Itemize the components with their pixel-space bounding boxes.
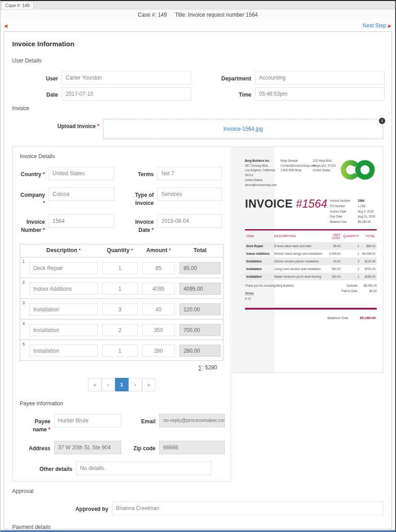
approved-by-label: Approved by <box>12 501 112 515</box>
quantity-field[interactable]: 1 <box>102 262 137 274</box>
description-field[interactable]: Installation <box>29 324 98 336</box>
zip-code-label: Zip code <box>121 441 159 454</box>
approved-by-field[interactable]: Brianna Creelman <box>112 501 383 515</box>
description-field[interactable]: Deck Repair <box>29 262 98 274</box>
preview-item-row: Deck Repair8 hours labor wash and stain … <box>245 242 377 250</box>
user-label: User <box>12 71 62 84</box>
upload-row: Upload Invoice * Invoice-1564.jpg i <box>12 119 383 139</box>
preview-invoice-number: #1564 <box>296 197 327 210</box>
description-field[interactable]: Installation <box>29 303 98 315</box>
section-payment-details: Payment details <box>12 524 383 529</box>
table-row: 3 Installation 3 40 120.00 <box>20 299 223 319</box>
upload-dropzone[interactable]: Invoice-1564.jpg i <box>103 119 383 139</box>
terms-field[interactable]: Net 7 <box>157 167 222 180</box>
country-field[interactable]: United States <box>49 167 114 180</box>
pagination-prev-button[interactable]: ‹ <box>102 378 115 391</box>
invoice-form-panel: Invoice Information User Details User Ca… <box>4 31 392 529</box>
pagination-page-1-button[interactable]: 1 <box>115 378 129 391</box>
total-field: 4095.00 <box>179 283 221 295</box>
pagination-next-button[interactable]: › <box>129 378 142 391</box>
tab-strip: Case #: 149 <box>0 1 395 9</box>
preview-item-row: InstallationKitchen window planter insta… <box>245 257 377 265</box>
info-icon[interactable]: i <box>379 118 385 124</box>
case-number-label: Case #: 149 <box>138 12 167 18</box>
payee-name-field[interactable]: Hunter Brule <box>54 414 121 427</box>
approval-row: Approved by Brianna Creelman <box>12 501 383 515</box>
preview-item-row: Indoor AdditionsKitchen island design an… <box>245 250 377 257</box>
preview-items-table: ITEM DESCRIPTION UNIT COST QUANTITY TOTA… <box>245 231 377 280</box>
section-payee-information: Payee information <box>20 400 223 407</box>
preview-header: Berg Builders Inc. 987 Conway Blvd. Los … <box>245 159 377 187</box>
uploaded-file-link[interactable]: Invoice-1564.jpg <box>223 126 263 132</box>
user-details-grid-row2: Date 2017-07-10 Time 05:46:53pm <box>12 87 383 101</box>
step-nav: ◀ Next Step ▶ <box>0 20 395 31</box>
other-details-field[interactable]: No details. <box>76 461 212 475</box>
invoice-preview: Berg Builders Inc. 987 Conway Blvd. Los … <box>233 146 383 373</box>
preview-address-block: 123 Ninja Blvd. NinjaLand, 97315 United … <box>313 159 339 187</box>
quantity-field[interactable]: 2 <box>102 324 137 336</box>
section-user-details: User Details <box>12 58 383 64</box>
department-field[interactable]: Accounting <box>255 71 385 84</box>
address-field: 37 W 20th St, Ste 904 <box>54 441 121 454</box>
country-label: Country * <box>20 167 49 180</box>
total-field: 280.00 <box>179 345 221 357</box>
col-total: Total <box>177 244 223 257</box>
pagination-first-button[interactable]: « <box>88 378 102 391</box>
payee-grid: Payee name * Hunter Brule Email no-reply… <box>20 414 223 461</box>
table-row: 4 Installation 2 350 700.00 <box>20 319 223 340</box>
pagination: « ‹ 1 › » <box>20 378 223 391</box>
section-approval: Approval <box>12 488 383 494</box>
total-sum-label: ∑: 5280 <box>20 361 223 372</box>
col-description: Description * <box>27 244 100 257</box>
type-of-invoice-field[interactable]: Services <box>157 187 222 201</box>
user-details-grid: User Carter Yourdon Department Accountin… <box>12 71 383 84</box>
company-field[interactable]: Colosa <box>49 187 114 201</box>
address-label: Address <box>20 441 54 454</box>
details-and-preview: Invoice Details Country * United States … <box>12 146 383 482</box>
col-amount: Amount * <box>140 244 177 257</box>
table-row: 1 Deck Repair 1 85 85.00 <box>20 257 223 278</box>
quantity-field[interactable]: 1 <box>102 345 137 357</box>
pagination-last-button[interactable]: » <box>142 378 156 391</box>
line-items-header-row: Description * Quantity * Amount * Total <box>20 244 223 257</box>
table-row: 2 Indoor Additions 1 4095 4095.00 <box>20 278 223 299</box>
invoice-number-field[interactable]: 1564 <box>49 214 114 228</box>
total-field: 700.00 <box>179 324 221 336</box>
invoice-ninja-logo-icon <box>340 160 377 187</box>
email-label: Email <box>121 414 159 434</box>
quantity-field[interactable]: 3 <box>102 303 137 315</box>
next-step-link[interactable]: Next Step <box>363 22 387 29</box>
upload-invoice-label: Upload Invoice * <box>12 119 103 139</box>
user-field[interactable]: Carter Yourdon <box>62 71 191 84</box>
invoice-number-label: Invoice Number * <box>20 214 49 234</box>
zip-code-field: 66666 <box>159 441 225 454</box>
amount-field[interactable]: 350 <box>142 324 175 336</box>
description-field[interactable]: Installation <box>29 345 98 357</box>
time-field[interactable]: 05:46:53pm <box>255 87 385 101</box>
preview-invoice-title: INVOICE <box>245 197 293 210</box>
preview-divider-bottom <box>245 308 377 310</box>
line-items-table: Description * Quantity * Amount * Total … <box>20 244 223 361</box>
section-invoice-details: Invoice Details <box>20 153 223 160</box>
invoice-date-field[interactable]: 2015-08-04 <box>157 214 222 228</box>
previous-step-icon[interactable]: ◀ <box>4 23 8 28</box>
type-of-invoice-label: Type of Invoice <box>114 187 157 207</box>
total-field: 85.00 <box>179 262 221 274</box>
preview-balance-due: Balance Due $5,280.00 <box>245 316 377 320</box>
date-label: Date <box>12 87 62 101</box>
amount-field[interactable]: 85 <box>142 262 175 274</box>
amount-field[interactable]: 40 <box>142 303 175 315</box>
quantity-field[interactable]: 1 <box>102 283 137 295</box>
date-field[interactable]: 2017-07-10 <box>62 87 191 101</box>
description-field[interactable]: Indoor Additions <box>29 283 98 295</box>
table-row: 5 Installation 1 280 280.00 <box>20 340 223 361</box>
amount-field[interactable]: 4095 <box>142 283 175 295</box>
invoice-date-label: Invoice Date * <box>114 214 157 234</box>
bottom-edge-strip <box>0 530 395 532</box>
department-label: Department <box>191 71 255 84</box>
section-invoice: Invoice <box>12 105 383 111</box>
tab-case-149[interactable]: Case #: 149 <box>1 1 34 9</box>
case-header: Case #: 149 Title: Invoice request numbe… <box>0 9 395 20</box>
amount-field[interactable]: 280 <box>142 345 175 357</box>
time-label: Time <box>191 87 255 101</box>
